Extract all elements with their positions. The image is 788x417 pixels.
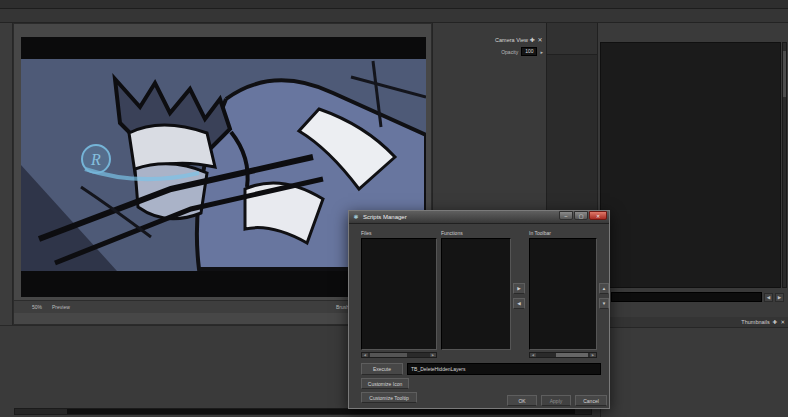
cancel-button[interactable]: Cancel — [575, 395, 607, 406]
in-toolbar-column-label: In Toolbar — [529, 230, 551, 236]
opacity-expand-icon[interactable]: ▸ — [540, 49, 543, 55]
maximize-button[interactable]: ▢ — [574, 211, 588, 220]
ok-button[interactable]: OK — [507, 395, 537, 406]
add-to-toolbar-button[interactable]: ▶ — [513, 283, 525, 294]
in-toolbar-list[interactable] — [529, 238, 597, 350]
files-column-label: Files — [361, 230, 372, 236]
add-panel-icon[interactable]: ✚ — [528, 36, 536, 43]
script-list-header — [547, 23, 597, 55]
drawing-tools-toolbar — [0, 23, 13, 325]
editor-scrollbar[interactable] — [782, 42, 787, 288]
execute-script-field[interactable]: TB_DeleteHiddenLayers — [407, 363, 601, 375]
zoom-level: 50% — [32, 304, 42, 310]
main-toolbar — [0, 9, 788, 23]
add-panel-icon[interactable]: ✚ — [773, 319, 778, 325]
execute-button[interactable]: Execute — [361, 363, 403, 375]
search-next-icon[interactable]: ▶ — [775, 293, 784, 302]
files-list[interactable] — [361, 238, 437, 350]
move-up-button[interactable]: ▲ — [599, 283, 609, 294]
files-hscrollbar[interactable]: ◀▶ — [361, 352, 437, 358]
menu-bar — [0, 0, 788, 9]
dialog-title: Scripts Manager — [363, 214, 407, 220]
functions-column-label: Functions — [441, 230, 463, 236]
search-prev-icon[interactable]: ◀ — [764, 293, 773, 302]
customize-icon-button[interactable]: Customize Icon — [361, 378, 409, 389]
view-mode[interactable]: Preview — [52, 304, 70, 310]
in-toolbar-hscrollbar[interactable]: ◀▶ — [529, 352, 597, 358]
functions-list[interactable] — [441, 238, 511, 350]
close-panel-icon[interactable]: ✕ — [536, 36, 544, 43]
opacity-value[interactable]: 100 — [521, 47, 537, 56]
code-editor[interactable] — [600, 42, 781, 288]
search-input[interactable] — [611, 292, 762, 302]
script-editor-panel: ◀ ▶ — [598, 23, 788, 325]
close-button[interactable]: ✕ — [589, 211, 607, 220]
thumbnails-panel: Thumbnails ✚ ✕ — [600, 317, 788, 417]
opacity-label: Opacity — [501, 49, 518, 55]
dialog-title-bar[interactable]: ✱ Scripts Manager – ▢ ✕ — [349, 211, 609, 224]
close-panel-icon[interactable]: ✕ — [780, 319, 785, 325]
scripts-manager-icon: ✱ — [352, 213, 360, 221]
move-down-button[interactable]: ▼ — [599, 298, 609, 309]
thumbnails-scrollbar[interactable] — [14, 408, 592, 415]
minimize-button[interactable]: – — [559, 211, 573, 220]
remove-from-toolbar-button[interactable]: ◀ — [513, 298, 525, 309]
scripts-manager-dialog: ✱ Scripts Manager – ▢ ✕ Files Functions … — [348, 210, 610, 409]
storyboard-app: R 50% Preview Brush Camera View ✚ ✕ Opac… — [0, 0, 788, 417]
thumbnails-panel-title: Thumbnails — [741, 319, 769, 325]
apply-button[interactable]: Apply — [541, 395, 571, 406]
customize-tooltip-button[interactable]: Customize Tooltip — [361, 392, 417, 403]
panel-title: Camera View — [495, 37, 528, 43]
